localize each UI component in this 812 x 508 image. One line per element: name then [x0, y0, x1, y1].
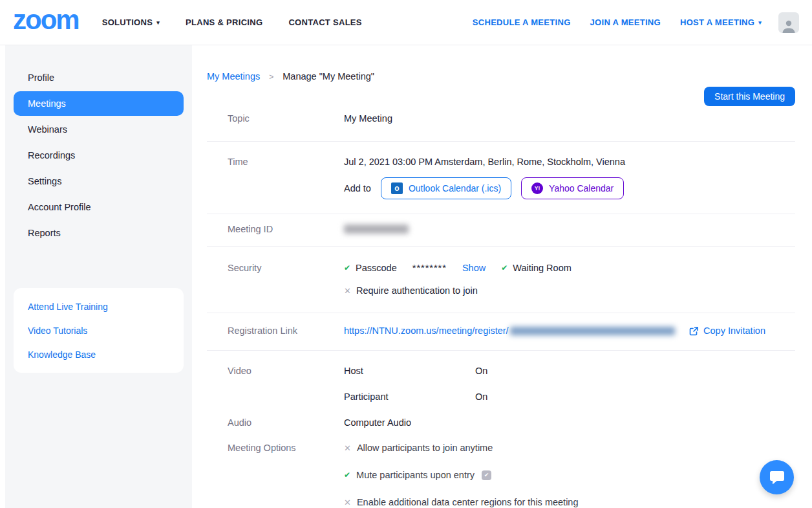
join-meeting-link[interactable]: JOIN A MEETING — [590, 17, 661, 27]
show-passcode-link[interactable]: Show — [462, 262, 486, 274]
help-card: Attend Live Training Video Tutorials Kno… — [14, 288, 184, 373]
meeting-id-redacted — [344, 225, 409, 234]
account-nav: SCHEDULE A MEETING JOIN A MEETING HOST A… — [473, 17, 762, 27]
schedule-meeting-label: SCHEDULE A MEETING — [473, 17, 571, 27]
video-row: Video Host On Participant On — [207, 351, 795, 417]
nav-contact-sales[interactable]: CONTACT SALES — [288, 17, 361, 27]
cross-icon: ✕ — [344, 496, 351, 508]
sidebar-item-meetings[interactable]: Meetings — [14, 91, 184, 116]
security-row: Security ✔ Passcode ******** Show ✔ Wait… — [207, 247, 795, 313]
schedule-meeting-link[interactable]: SCHEDULE A MEETING — [473, 17, 571, 27]
yahoo-calendar-label: Yahoo Calendar — [549, 183, 614, 193]
mute-info-icon: ✔ — [482, 470, 491, 480]
topic-label: Topic — [228, 113, 344, 125]
nav-plans-label: PLANS & PRICING — [186, 17, 262, 27]
nav-solutions-label: SOLUTIONS — [102, 17, 153, 27]
meeting-id-row: Meeting ID — [207, 214, 795, 247]
video-participant-value: On — [475, 391, 487, 403]
zoom-logo[interactable]: zoom — [13, 6, 79, 34]
option-data-center-label: Enable additional data center regions fo… — [357, 496, 579, 508]
nav-solutions[interactable]: SOLUTIONS ▾ — [102, 17, 160, 27]
option-data-center: ✕ Enable additional data center regions … — [344, 496, 795, 508]
yahoo-calendar-button[interactable]: Y! Yahoo Calendar — [521, 177, 624, 199]
registration-link-row: Registration Link https://NTNU.zoom.us/m… — [207, 313, 795, 351]
breadcrumb: My Meetings > Manage "My Meeting" — [207, 71, 795, 82]
chevron-down-icon: ▾ — [758, 19, 762, 26]
nav-plans-pricing[interactable]: PLANS & PRICING — [186, 17, 262, 27]
registration-link-redacted — [510, 327, 675, 335]
passcode-mask: ******** — [412, 262, 447, 274]
outlook-calendar-button[interactable]: o Outlook Calendar (.ics) — [381, 177, 511, 199]
check-icon: ✔ — [344, 262, 350, 274]
host-meeting-label: HOST A MEETING — [680, 17, 754, 27]
waiting-room-label: Waiting Room — [513, 262, 572, 274]
meeting-id-label: Meeting ID — [228, 223, 344, 236]
time-row: Time Jul 2, 2021 03:00 PM Amsterdam, Ber… — [207, 142, 795, 214]
copy-invitation-icon — [689, 326, 699, 337]
video-host-label: Host — [344, 365, 475, 377]
sidebar-item-webinars[interactable]: Webinars — [14, 117, 184, 142]
meeting-options-label: Meeting Options — [228, 442, 344, 508]
check-icon: ✔ — [344, 469, 350, 481]
cross-icon: ✕ — [344, 442, 351, 454]
top-navigation: zoom SOLUTIONS ▾ PLANS & PRICING CONTACT… — [0, 0, 812, 45]
option-join-anytime: ✕ Allow participants to join anytime — [344, 442, 795, 454]
audio-value: Computer Audio — [344, 417, 795, 429]
time-value: Jul 2, 2021 03:00 PM Amsterdam, Berlin, … — [344, 156, 795, 168]
attend-live-training-link[interactable]: Attend Live Training — [14, 294, 184, 318]
sidebar-item-account-profile[interactable]: Account Profile — [14, 195, 184, 219]
audio-label: Audio — [228, 417, 344, 429]
outlook-icon: o — [391, 182, 403, 194]
audio-row: Audio Computer Audio — [207, 417, 795, 429]
topic-row: Topic My Meeting — [207, 106, 795, 142]
breadcrumb-separator: > — [269, 72, 273, 82]
video-host-value: On — [475, 365, 487, 377]
chat-button[interactable] — [760, 460, 794, 494]
topic-value: My Meeting — [344, 113, 795, 125]
passcode-label: Passcode — [356, 262, 397, 274]
registration-link-label: Registration Link — [228, 325, 344, 337]
sidebar-item-profile[interactable]: Profile — [14, 65, 184, 90]
video-tutorials-link[interactable]: Video Tutorials — [14, 318, 184, 342]
chat-bubble-icon — [769, 470, 785, 485]
sidebar-item-settings[interactable]: Settings — [14, 169, 184, 193]
sidebar-item-recordings[interactable]: Recordings — [14, 143, 184, 168]
chevron-down-icon: ▾ — [156, 19, 160, 26]
security-label: Security — [228, 262, 344, 297]
person-icon — [781, 19, 796, 33]
start-meeting-button[interactable]: Start this Meeting — [704, 87, 795, 106]
page-title: Manage "My Meeting" — [283, 71, 374, 82]
nav-contact-label: CONTACT SALES — [288, 17, 361, 27]
registration-link[interactable]: https://NTNU.zoom.us/meeting/register/ — [344, 325, 509, 337]
sidebar-item-reports[interactable]: Reports — [14, 221, 184, 245]
knowledge-base-link[interactable]: Knowledge Base — [14, 342, 184, 366]
sidebar: Profile Meetings Webinars Recordings Set… — [5, 45, 192, 508]
require-auth-label: Require authentication to join — [356, 285, 478, 297]
option-mute-on-entry: ✔ Mute participants upon entry ✔ — [344, 469, 795, 481]
primary-nav: SOLUTIONS ▾ PLANS & PRICING CONTACT SALE… — [102, 17, 362, 27]
video-label: Video — [228, 365, 344, 417]
join-meeting-label: JOIN A MEETING — [590, 17, 661, 27]
time-label: Time — [228, 156, 344, 199]
option-join-anytime-label: Allow participants to join anytime — [357, 442, 493, 454]
main-content: My Meetings > Manage "My Meeting" Start … — [192, 45, 812, 508]
yahoo-icon: Y! — [531, 182, 543, 194]
add-to-label: Add to — [344, 182, 371, 195]
avatar[interactable] — [778, 12, 799, 33]
check-icon: ✔ — [501, 262, 508, 274]
option-mute-label: Mute participants upon entry — [356, 469, 475, 481]
breadcrumb-my-meetings[interactable]: My Meetings — [207, 71, 260, 82]
copy-invitation-label: Copy Invitation — [703, 325, 765, 337]
meeting-options-row: Meeting Options ✕ Allow participants to … — [207, 429, 795, 508]
cross-icon: ✕ — [344, 285, 351, 297]
outlook-calendar-label: Outlook Calendar (.ics) — [409, 183, 501, 193]
copy-invitation-link[interactable]: Copy Invitation — [689, 325, 795, 337]
video-participant-label: Participant — [344, 391, 475, 403]
host-meeting-link[interactable]: HOST A MEETING ▾ — [680, 17, 762, 27]
